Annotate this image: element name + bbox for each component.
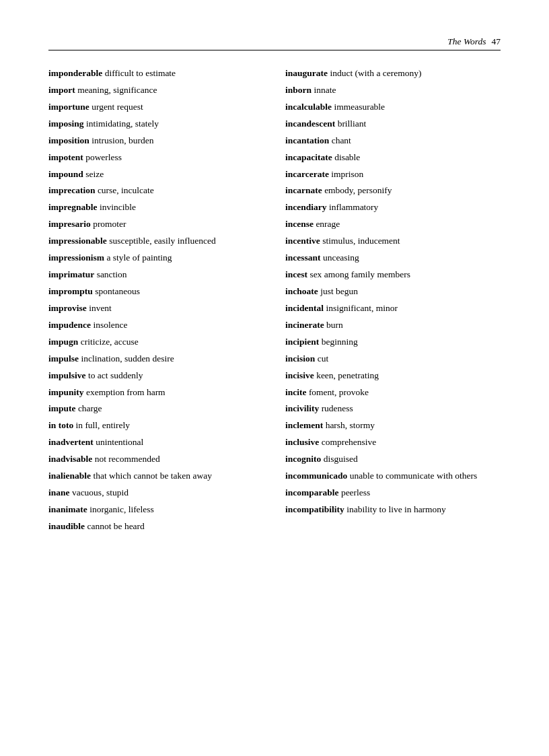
list-item: impressionism a style of painting — [48, 251, 264, 265]
list-item: impunity exemption from harm — [48, 386, 264, 400]
list-item: impound seize — [48, 168, 264, 182]
list-item: inalienable that which cannot be taken a… — [48, 469, 264, 483]
list-item: incantation chant — [285, 134, 501, 148]
list-item: incinerate burn — [285, 318, 501, 333]
header-title: The Words — [447, 36, 486, 47]
list-item: impromptu spontaneous — [48, 285, 264, 299]
list-item: impute charge — [48, 402, 264, 416]
list-item: imposing intimidating, stately — [48, 117, 264, 131]
list-item: inanimate inorganic, lifeless — [48, 503, 264, 517]
list-item: incomparable peerless — [285, 486, 501, 500]
list-item: incidental insignificant, minor — [285, 302, 501, 316]
list-item: inaudible cannot be heard — [48, 520, 264, 534]
list-item: impulsive to act suddenly — [48, 369, 264, 383]
list-item: incarcerate imprison — [285, 168, 501, 182]
list-item: incompatibility inability to live in har… — [285, 503, 501, 517]
list-item: impugn criticize, accuse — [48, 335, 264, 349]
left-column: imponderable difficult to estimateimport… — [48, 67, 264, 537]
list-item: incapacitate disable — [285, 151, 501, 165]
list-item: inaugurate induct (with a ceremony) — [285, 67, 501, 81]
page-header: The Words 47 — [48, 36, 501, 50]
list-item: impotent powerless — [48, 151, 264, 165]
list-item: inadvertent unintentional — [48, 436, 264, 450]
list-item: incest sex among family members — [285, 268, 501, 282]
list-item: imprimatur sanction — [48, 268, 264, 282]
list-item: impressionable susceptible, easily influ… — [48, 234, 264, 248]
list-item: in toto in full, entirely — [48, 419, 264, 433]
list-item: inclusive comprehensive — [285, 436, 501, 450]
list-item: incandescent brilliant — [285, 117, 501, 131]
list-item: inborn innate — [285, 83, 501, 98]
list-item: inchoate just begun — [285, 285, 501, 299]
list-item: impregnable invincible — [48, 201, 264, 215]
list-item: inadvisable not recommended — [48, 452, 264, 467]
list-item: impulse inclination, sudden desire — [48, 352, 264, 366]
list-item: incarnate embody, personify — [285, 184, 501, 198]
list-item: incision cut — [285, 352, 501, 366]
list-item: incendiary inflammatory — [285, 201, 501, 215]
list-item: importune urgent request — [48, 100, 264, 114]
header-page-number: 47 — [492, 36, 501, 47]
list-item: imprecation curse, inculcate — [48, 184, 264, 198]
list-item: improvise invent — [48, 302, 264, 316]
list-item: inclement harsh, stormy — [285, 419, 501, 433]
page: The Words 47 imponderable difficult to e… — [0, 0, 549, 756]
list-item: impudence insolence — [48, 318, 264, 333]
list-item: incommunicado unable to communicate with… — [285, 469, 501, 483]
list-item: incognito disguised — [285, 452, 501, 467]
list-item: imponderable difficult to estimate — [48, 67, 264, 81]
list-item: incivility rudeness — [285, 402, 501, 416]
list-item: incipient beginning — [285, 335, 501, 349]
list-item: imposition intrusion, burden — [48, 134, 264, 148]
list-item: impresario promoter — [48, 217, 264, 232]
list-item: incentive stimulus, inducement — [285, 234, 501, 248]
list-item: import meaning, significance — [48, 83, 264, 98]
content-columns: imponderable difficult to estimateimport… — [48, 67, 501, 537]
list-item: incalculable immeasurable — [285, 100, 501, 114]
list-item: incessant unceasing — [285, 251, 501, 265]
right-column: inaugurate induct (with a ceremony)inbor… — [285, 67, 501, 537]
list-item: incense enrage — [285, 217, 501, 232]
list-item: incisive keen, penetrating — [285, 369, 501, 383]
list-item: inane vacuous, stupid — [48, 486, 264, 500]
list-item: incite foment, provoke — [285, 386, 501, 400]
